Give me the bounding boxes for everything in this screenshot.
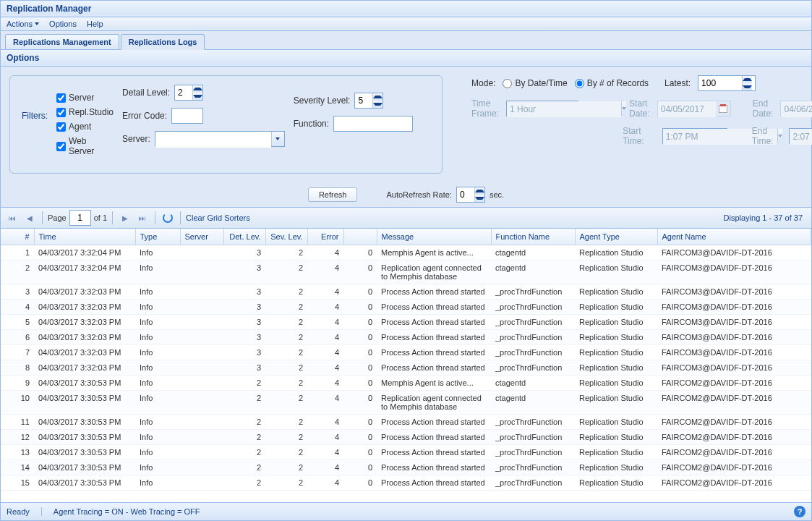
latest-label: Latest: bbox=[664, 78, 691, 88]
time-frame-label: Time Frame: bbox=[471, 98, 499, 119]
start-date-input bbox=[657, 101, 731, 117]
statusbar: Ready Agent Tracing = ON - Web Tracing =… bbox=[1, 502, 811, 520]
page-label: Page bbox=[48, 213, 67, 222]
end-time-input bbox=[789, 128, 812, 144]
end-date-input bbox=[780, 101, 812, 117]
table-row[interactable]: 1004/03/2017 3:30:53 PMInfo2240Replicati… bbox=[1, 391, 811, 415]
tabstrip: Replications Management Replications Log… bbox=[1, 31, 811, 50]
error-code-input[interactable] bbox=[171, 108, 203, 124]
paging-display: Displaying 1 - 37 of 37 bbox=[724, 213, 807, 222]
calendar-icon bbox=[719, 105, 727, 113]
start-date-label: Start Date: bbox=[629, 98, 650, 119]
column-header-agentname[interactable]: Agent Name bbox=[657, 229, 811, 245]
start-time-input bbox=[662, 128, 727, 144]
latest-spinner[interactable] bbox=[698, 75, 756, 91]
table-row[interactable]: 804/03/2017 3:32:03 PMInfo3240Process Ac… bbox=[1, 360, 811, 376]
help-icon[interactable]: ? bbox=[794, 506, 805, 517]
refresh-grid-button[interactable] bbox=[161, 211, 175, 225]
table-row[interactable]: 1104/03/2017 3:30:53 PMInfo2240Process A… bbox=[1, 415, 811, 430]
column-header-num[interactable]: # bbox=[1, 229, 34, 245]
table-row[interactable]: 204/03/2017 3:32:04 PMInfo3240Replicatio… bbox=[1, 260, 811, 284]
column-header-sevlev[interactable]: Sev. Lev. bbox=[265, 229, 307, 245]
table-row[interactable]: 404/03/2017 3:32:03 PMInfo3240Process Ac… bbox=[1, 300, 811, 315]
severity-level-label: Severity Level: bbox=[294, 96, 351, 106]
filters-label: Filters: bbox=[22, 111, 48, 121]
grid-header-row: # Time Type Server Det. Lev. Sev. Lev. E… bbox=[1, 229, 811, 245]
server-label: Server: bbox=[122, 134, 150, 144]
time-frame-combobox bbox=[506, 101, 578, 117]
function-input[interactable] bbox=[333, 116, 413, 132]
autorefresh-label: AutoRefresh Rate: bbox=[386, 190, 452, 199]
status-ready: Ready bbox=[7, 507, 30, 516]
tab-replications-management[interactable]: Replications Management bbox=[5, 34, 119, 49]
mode-by-date-radio[interactable]: By Date/Time bbox=[503, 78, 567, 88]
column-header-function[interactable]: Function Name bbox=[491, 229, 575, 245]
table-row[interactable]: 304/03/2017 3:32:03 PMInfo3240Process Ac… bbox=[1, 284, 811, 300]
prev-page-button[interactable]: ◀ bbox=[22, 211, 37, 225]
menubar: Actions Options Help bbox=[1, 17, 811, 31]
table-row[interactable]: 704/03/2017 3:32:03 PMInfo3240Process Ac… bbox=[1, 345, 811, 360]
filter-server-checkbox[interactable]: Server bbox=[56, 93, 114, 103]
function-label: Function: bbox=[294, 119, 329, 129]
table-row[interactable]: 604/03/2017 3:32:03 PMInfo3240Process Ac… bbox=[1, 330, 811, 345]
severity-level-spinner[interactable] bbox=[354, 93, 383, 109]
refresh-icon bbox=[163, 213, 173, 223]
grid-toolbar: ⏮ ◀ Page of 1 ▶ ⏭ Clear Grid Sorters Dis… bbox=[1, 208, 811, 229]
menu-actions[interactable]: Actions bbox=[7, 20, 39, 28]
page-input[interactable] bbox=[69, 210, 91, 226]
column-header-agenttype[interactable]: Agent Type bbox=[575, 229, 657, 245]
menu-help[interactable]: Help bbox=[87, 20, 103, 28]
autorefresh-spinner[interactable] bbox=[456, 187, 485, 203]
mode-by-records-radio[interactable]: By # of Records bbox=[575, 78, 649, 88]
app-title: Replication Manager bbox=[1, 1, 811, 17]
mode-label: Mode: bbox=[471, 78, 495, 88]
column-header-detlev[interactable]: Det. Lev. bbox=[223, 229, 265, 245]
column-header-error[interactable]: Error bbox=[307, 229, 343, 245]
filter-replstudio-checkbox[interactable]: Repl.Studio bbox=[56, 107, 114, 117]
detail-level-spinner[interactable] bbox=[174, 85, 203, 101]
chevron-down-icon bbox=[35, 22, 39, 25]
table-row[interactable]: 504/03/2017 3:32:03 PMInfo3240Process Ac… bbox=[1, 315, 811, 330]
last-page-button[interactable]: ⏭ bbox=[135, 211, 150, 225]
clear-sorters-button[interactable]: Clear Grid Sorters bbox=[186, 213, 250, 222]
column-header-message[interactable]: Message bbox=[377, 229, 491, 245]
table-row[interactable]: 1204/03/2017 3:30:53 PMInfo2240Process A… bbox=[1, 430, 811, 445]
detail-level-label: Detail Level: bbox=[122, 88, 170, 98]
first-page-button[interactable]: ⏮ bbox=[5, 211, 20, 225]
log-grid[interactable]: # Time Type Server Det. Lev. Sev. Lev. E… bbox=[1, 229, 811, 502]
status-tracing: Agent Tracing = ON - Web Tracing = OFF bbox=[54, 507, 200, 516]
table-row[interactable]: 1404/03/2017 3:30:53 PMInfo2240Process A… bbox=[1, 460, 811, 475]
sec-label: sec. bbox=[490, 190, 504, 199]
options-panel-header: Options bbox=[1, 50, 811, 67]
menu-options[interactable]: Options bbox=[49, 20, 77, 28]
end-time-label: End Time: bbox=[752, 126, 782, 146]
filters-fieldset: Filters: Server Repl.Studio Agent Web Se… bbox=[9, 75, 443, 174]
filter-agent-checkbox[interactable]: Agent bbox=[56, 122, 114, 132]
error-code-label: Error Code: bbox=[122, 111, 167, 121]
column-header-time[interactable]: Time bbox=[34, 229, 135, 245]
tab-replications-logs[interactable]: Replications Logs bbox=[121, 34, 205, 50]
column-header-server[interactable]: Server bbox=[180, 229, 223, 245]
refresh-button[interactable]: Refresh bbox=[308, 187, 358, 202]
page-of-label: of 1 bbox=[94, 213, 107, 222]
table-row[interactable]: 104/03/2017 3:32:04 PMInfo3240Memphis Ag… bbox=[1, 245, 811, 260]
table-row[interactable]: 1504/03/2017 3:30:53 PMInfo2240Process A… bbox=[1, 475, 811, 491]
column-header-type[interactable]: Type bbox=[135, 229, 180, 245]
start-time-label: Start Time: bbox=[623, 126, 655, 146]
next-page-button[interactable]: ▶ bbox=[118, 211, 132, 225]
table-row[interactable]: 904/03/2017 3:30:53 PMInfo2240Memphis Ag… bbox=[1, 376, 811, 391]
end-date-label: End Date: bbox=[753, 98, 774, 119]
filter-webserver-checkbox[interactable]: Web Server bbox=[56, 136, 114, 156]
column-header-error2[interactable] bbox=[343, 229, 377, 245]
table-row[interactable]: 1304/03/2017 3:30:53 PMInfo2240Process A… bbox=[1, 445, 811, 460]
server-combobox[interactable] bbox=[155, 131, 285, 147]
